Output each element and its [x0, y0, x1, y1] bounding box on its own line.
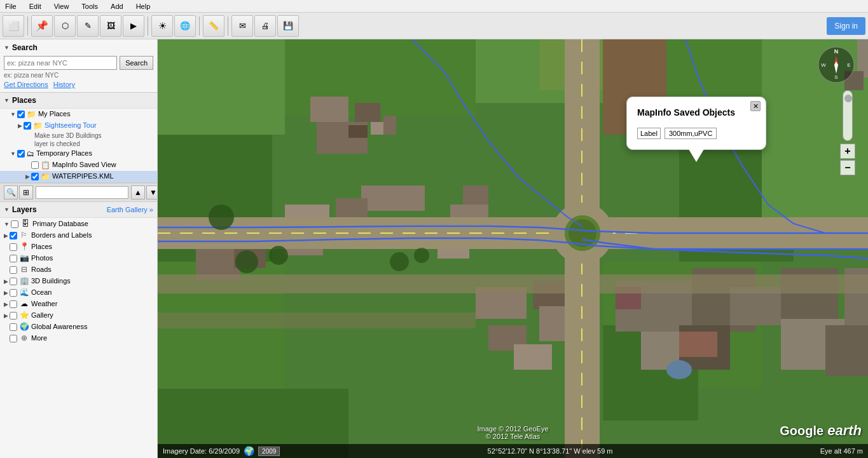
year-badge[interactable]: 2009: [258, 447, 280, 456]
popup-close-button[interactable]: ✕: [750, 101, 761, 111]
toolbar-sep-1: [27, 17, 28, 36]
status-left: Imagery Date: 6/29/2009 🌍 2009: [163, 446, 280, 456]
my-places-checkbox[interactable]: [17, 111, 25, 118]
temp-places-checkbox[interactable]: [17, 150, 25, 158]
compass[interactable]: N E S W: [817, 46, 855, 84]
sightseeing-tour-item[interactable]: ▶ 📁 Sightseeing Tour: [0, 120, 157, 131]
map-area[interactable]: ✕ MapInfo Saved Objects Label 300mm,uPVC…: [158, 39, 868, 458]
sun-button[interactable]: ☀: [151, 15, 173, 37]
global-awareness-item[interactable]: ▶ 🌍 Global Awareness: [0, 321, 157, 332]
ocean-icon: 🌊: [19, 288, 29, 297]
ocean-layer-item[interactable]: ▶ 🌊 Ocean: [0, 286, 157, 298]
toolbar-right: Sign in: [827, 17, 865, 35]
menu-view[interactable]: View: [52, 1, 72, 11]
print-button[interactable]: 🖨: [254, 15, 276, 37]
ocean-checkbox[interactable]: [10, 289, 17, 297]
my-places-folder-icon: 📁: [27, 110, 36, 119]
earth-gallery-link[interactable]: Earth Gallery »: [107, 206, 153, 213]
places-layer-item[interactable]: ▶ 📍 Places: [0, 241, 157, 252]
places-layer-checkbox[interactable]: [10, 243, 17, 251]
gallery-label: Gallery: [31, 311, 53, 319]
weather-layer-item[interactable]: ▶ ☁ Weather: [0, 298, 157, 309]
sightseeing-checkbox[interactable]: [24, 122, 31, 130]
menu-help[interactable]: Help: [134, 1, 153, 11]
menu-edit[interactable]: Edit: [27, 1, 44, 11]
email-button[interactable]: ✉: [231, 15, 253, 37]
places-search-input[interactable]: [36, 186, 128, 199]
primary-db-checkbox[interactable]: [11, 220, 18, 228]
ocean-label: Ocean: [31, 288, 52, 296]
nav-button[interactable]: ⬜: [3, 15, 24, 37]
toolbar-sep-3: [199, 17, 200, 36]
search-places-button[interactable]: 🔍: [4, 185, 18, 199]
placemark-button[interactable]: 📌: [31, 15, 53, 37]
more-label: More: [31, 334, 47, 342]
zoom-thumb[interactable]: [844, 95, 852, 102]
get-directions-link[interactable]: Get Directions: [4, 81, 48, 88]
layers-header[interactable]: ▼ Layers Earth Gallery »: [0, 202, 157, 218]
svg-rect-44: [825, 325, 868, 376]
primary-database-item[interactable]: ▼ 🗄 Primary Database: [0, 218, 157, 229]
zoom-in-button[interactable]: +: [840, 144, 855, 159]
waterpipes-label: WATERPIPES.KML: [52, 172, 153, 180]
gallery-layer-item[interactable]: ▶ ⭐ Gallery: [0, 309, 157, 321]
buildings-layer-item[interactable]: ▶ 🏢 3D Buildings: [0, 275, 157, 286]
global-awareness-checkbox[interactable]: [10, 323, 17, 331]
image-copyright: Image © 2012 GeoEye © 2012 Tele Atlas: [477, 425, 548, 440]
borders-expand-icon: ▶: [4, 232, 8, 239]
places-header[interactable]: ▼ Places: [0, 93, 157, 109]
path-button[interactable]: ✎: [77, 15, 99, 37]
popup-title: MapInfo Saved Objects: [637, 107, 755, 118]
temporary-places-item[interactable]: ▼ 🗂 Temporary Places: [0, 148, 157, 159]
buildings-checkbox[interactable]: [10, 278, 17, 285]
weather-expand-icon: ▶: [4, 301, 8, 307]
move-down-button[interactable]: ▼: [146, 185, 158, 199]
global-awareness-icon: 🌍: [19, 322, 29, 331]
menu-add[interactable]: Add: [108, 1, 126, 11]
weather-icon: ☁: [19, 299, 29, 308]
record-tour-button[interactable]: ▶: [123, 15, 144, 37]
more-checkbox[interactable]: [10, 335, 17, 342]
mapinfo-saved-view-item[interactable]: ▶ 📋 MapInfo Saved View: [0, 159, 157, 171]
gallery-checkbox[interactable]: [10, 312, 17, 320]
svg-point-68: [414, 248, 429, 263]
roads-layer-item[interactable]: ▶ ⊟ Roads: [0, 264, 157, 275]
ruler-button[interactable]: 📏: [203, 15, 224, 37]
zoom-out-button[interactable]: −: [840, 160, 855, 175]
polygon-button[interactable]: ⬡: [54, 15, 76, 37]
svg-rect-29: [463, 185, 488, 205]
borders-labels-item[interactable]: ▶ 🏳 Borders and Labels: [0, 229, 157, 241]
svg-rect-62: [158, 313, 476, 328]
search-input[interactable]: [4, 56, 117, 70]
waterpipes-checkbox[interactable]: [31, 173, 39, 180]
svg-point-67: [390, 252, 409, 271]
weather-checkbox[interactable]: [10, 300, 17, 308]
waterpipes-kml-item[interactable]: ▶ 📁 WATERPIPES.KML: [0, 171, 157, 182]
earth-text: earth: [823, 422, 862, 438]
photos-layer-item[interactable]: ▶ 📷 Photos: [0, 252, 157, 264]
layers-triangle-icon: ▼: [4, 206, 10, 213]
mapinfo-popup: ✕ MapInfo Saved Objects Label 300mm,uPVC: [626, 97, 766, 150]
save-image-button[interactable]: 💾: [277, 15, 299, 37]
atmosphere-button[interactable]: 🌐: [174, 15, 196, 37]
menu-tools[interactable]: Tools: [79, 1, 100, 11]
roads-checkbox[interactable]: [10, 266, 17, 274]
mapinfo-view-checkbox[interactable]: [31, 161, 39, 169]
photos-checkbox[interactable]: [10, 255, 17, 262]
search-links: Get Directions History: [4, 81, 153, 88]
signin-button[interactable]: Sign in: [827, 17, 865, 35]
borders-checkbox[interactable]: [10, 232, 17, 239]
left-panel: ▼ Search Search ex: pizza near NYC Get D…: [0, 39, 158, 458]
search-header[interactable]: ▼ Search: [4, 43, 153, 52]
search-button[interactable]: Search: [120, 56, 153, 70]
more-layer-item[interactable]: ▶ ⊕ More: [0, 332, 157, 344]
google-text: Google: [780, 424, 823, 438]
copyright-line2: © 2012 Tele Atlas: [477, 433, 548, 440]
menu-file[interactable]: File: [3, 1, 19, 11]
my-places-item[interactable]: ▼ 📁 My Places: [0, 109, 157, 120]
history-link[interactable]: History: [53, 81, 75, 88]
move-up-button[interactable]: ▲: [131, 185, 145, 199]
toggle-view-button[interactable]: ⊞: [19, 185, 33, 199]
overlay-button[interactable]: 🖼: [100, 15, 121, 37]
mapinfo-view-icon: 📋: [41, 161, 50, 170]
